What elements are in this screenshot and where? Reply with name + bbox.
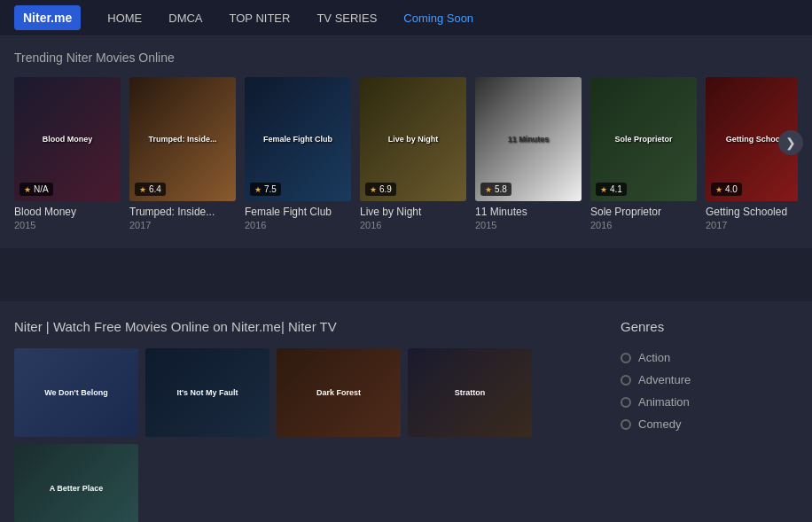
spacer (0, 248, 812, 301)
genre-item-comedy[interactable]: Comedy (621, 413, 798, 435)
genre-item-animation[interactable]: Animation (621, 391, 798, 413)
star-icon: ★ (370, 185, 377, 194)
star-icon: ★ (600, 185, 607, 194)
genres-title: Genres (621, 319, 798, 334)
movie-title-5: Sole Proprietor (590, 206, 697, 218)
trending-section: Trending Niter Movies Online Blood Money… (0, 36, 812, 248)
nav-item-coming-soon[interactable]: Coming Soon (403, 12, 473, 25)
thumbnail-bg-0: We Don't Belong (14, 348, 138, 437)
rating-value: 7.5 (264, 184, 277, 194)
main-content: Niter | Watch Free Movies Online on Nite… (14, 319, 603, 522)
movies-row: Blood Money★N/ABlood Money2015Trumped: I… (14, 77, 798, 230)
bottom-section: Niter | Watch Free Movies Online on Nite… (0, 301, 812, 522)
movie-card-6[interactable]: Getting Schooled★4.0Getting Schooled2017 (706, 77, 798, 230)
movie-card-2[interactable]: Female Fight Club★7.5Female Fight Club20… (245, 77, 351, 230)
star-icon: ★ (485, 185, 492, 194)
movie-year-1: 2017 (129, 220, 236, 230)
nav-item-dmca[interactable]: DMCA (168, 12, 202, 25)
thumbnail-bg-3: Stratton (408, 348, 532, 437)
rating-value: 5.8 (495, 184, 507, 194)
genre-label-3: Comedy (638, 417, 681, 431)
thumbnail-bg-4: A Better Place (14, 444, 138, 522)
nav: HOMEDMCATOP NITERTV SERIESComing Soon (107, 12, 473, 25)
movie-title-0: Blood Money (14, 206, 121, 218)
movie-card-3[interactable]: Live by Night★6.9Live by Night2016 (360, 77, 466, 230)
star-icon: ★ (254, 185, 262, 194)
thumbnail-0[interactable]: We Don't Belong (14, 348, 138, 437)
header: Niter.me HOMEDMCATOP NITERTV SERIESComin… (0, 0, 812, 36)
genre-radio-2 (621, 397, 631, 408)
scroll-next-button[interactable]: ❯ (778, 130, 803, 155)
nav-item-tv-series[interactable]: TV SERIES (316, 12, 377, 25)
logo[interactable]: Niter.me (14, 5, 81, 30)
thumbnails-grid: We Don't BelongIt's Not My FaultDark For… (14, 348, 603, 522)
rating-badge-3: ★6.9 (365, 183, 396, 196)
rating-badge-4: ★5.8 (480, 183, 511, 196)
movie-title-2: Female Fight Club (245, 206, 351, 218)
genres-sidebar: Genres ActionAdventureAnimationComedy (621, 319, 798, 522)
rating-value: 4.1 (610, 184, 622, 194)
rating-badge-0: ★N/A (20, 183, 53, 196)
rating-badge-2: ★7.5 (250, 183, 281, 196)
genre-item-action[interactable]: Action (621, 347, 798, 369)
star-icon: ★ (139, 185, 146, 194)
movie-year-0: 2015 (14, 220, 121, 230)
rating-value: N/A (34, 184, 49, 194)
rating-value: 4.0 (725, 184, 738, 194)
movie-year-4: 2015 (475, 220, 582, 230)
nav-item-home[interactable]: HOME (107, 12, 142, 25)
rating-badge-5: ★4.1 (596, 183, 627, 196)
movie-card-4[interactable]: 11 Minutes★5.811 Minutes2015 (475, 77, 582, 230)
movie-year-6: 2017 (706, 220, 798, 230)
genre-label-0: Action (638, 351, 670, 364)
genre-radio-0 (621, 353, 631, 363)
nav-item-top-niter[interactable]: TOP NITER (230, 12, 291, 25)
movie-card-5[interactable]: Sole Proprietor★4.1Sole Proprietor2016 (590, 77, 697, 230)
movie-year-5: 2016 (590, 220, 697, 230)
genre-item-adventure[interactable]: Adventure (621, 369, 798, 391)
trending-title: Trending Niter Movies Online (14, 51, 798, 65)
genre-radio-3 (621, 419, 631, 430)
thumbnail-1[interactable]: It's Not My Fault (145, 348, 269, 437)
thumbnail-3[interactable]: Stratton (408, 348, 532, 437)
thumbnail-4[interactable]: A Better Place (14, 444, 138, 522)
page-heading: Niter | Watch Free Movies Online on Nite… (14, 319, 603, 334)
genres-list: ActionAdventureAnimationComedy (621, 347, 798, 435)
star-icon: ★ (24, 185, 31, 194)
rating-value: 6.4 (149, 184, 161, 194)
thumbnail-bg-1: It's Not My Fault (145, 348, 269, 437)
movie-title-4: 11 Minutes (475, 206, 582, 218)
rating-badge-6: ★4.0 (711, 183, 742, 196)
rating-value: 6.9 (379, 184, 392, 194)
genre-label-2: Animation (638, 395, 690, 409)
thumbnail-bg-2: Dark Forest (277, 348, 401, 437)
genre-label-1: Adventure (638, 373, 691, 386)
movie-title-1: Trumped: Inside... (129, 206, 236, 218)
movie-title-3: Live by Night (360, 206, 466, 218)
movie-card-1[interactable]: Trumped: Inside...★6.4Trumped: Inside...… (129, 77, 236, 230)
thumbnail-2[interactable]: Dark Forest (277, 348, 401, 437)
genre-radio-1 (621, 375, 631, 386)
movie-card-0[interactable]: Blood Money★N/ABlood Money2015 (14, 77, 121, 230)
rating-badge-1: ★6.4 (135, 183, 166, 196)
movie-year-3: 2016 (360, 220, 466, 230)
star-icon: ★ (715, 185, 722, 194)
movie-title-6: Getting Schooled (706, 206, 798, 218)
movie-year-2: 2016 (245, 220, 351, 230)
